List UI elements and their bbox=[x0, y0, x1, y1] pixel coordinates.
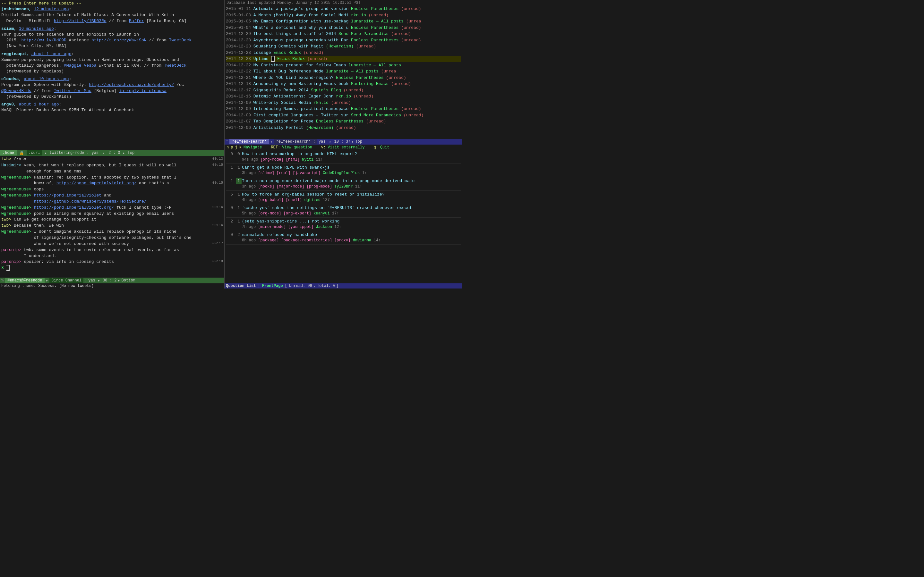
question-1[interactable]: 1 1 Can't get a Node REPL with swank-js … bbox=[226, 164, 461, 177]
db-entry-5[interactable]: 2014-12-28 Asynchronous package upgrades… bbox=[226, 37, 461, 44]
se-comma: , bbox=[312, 284, 317, 288]
db-entry-2[interactable]: 2015-01-05 My Emacs Configuration with u… bbox=[226, 18, 461, 25]
question-6[interactable]: 0 2 marmalade refused my handshake 8h ag… bbox=[226, 231, 461, 245]
db-entry-4[interactable]: 2014-12-29 The best things and stuff of … bbox=[226, 31, 461, 37]
elfeed-nums: 10 : 37 bbox=[334, 139, 351, 144]
question-5[interactable]: 2 1 (setq yas-snippet-dirs ...) not work… bbox=[226, 218, 461, 231]
db-entry-13[interactable]: 2014-12-17 Gigasquid's Radar 2014 Squid'… bbox=[226, 87, 461, 93]
q5-votes: 2 bbox=[226, 219, 236, 230]
nav-n[interactable]: n bbox=[226, 145, 229, 150]
tweet-3-time[interactable]: about 1 hour ago bbox=[31, 52, 71, 56]
db-entry-11[interactable]: 2014-12-21 Where do YOU bind expand-regi… bbox=[226, 75, 461, 81]
tweet-3-user: reggieaqui, bbox=[1, 52, 29, 56]
nav-quit: Quit bbox=[380, 145, 389, 150]
db-entry-16[interactable]: 2014-12-09 Introducing Names: practical … bbox=[226, 106, 461, 112]
chat-line-15: parsnip> twb: some events in the movie r… bbox=[1, 247, 223, 253]
tweet-1-time[interactable]: 12 minutes ago bbox=[34, 7, 69, 11]
q5-meta: 7h ago [minor-mode] [yasnippet] Jackson … bbox=[242, 224, 461, 230]
db-entry-10[interactable]: 2014-12-22 TIL about Bug Reference Mode … bbox=[226, 68, 461, 75]
nav-p[interactable]: p bbox=[231, 145, 233, 150]
tweet-3-link1[interactable]: @Maggie_Vespa bbox=[64, 63, 96, 68]
tweet-4-reply[interactable]: in reply to eloudsa bbox=[119, 89, 166, 93]
elfeed-pos: Top bbox=[355, 139, 362, 144]
q2-body: Turn a non prog-mode derived major-mode … bbox=[242, 178, 461, 189]
irc-statusbar: % #emacs@Freenode ▸ Circe Channel : yas … bbox=[0, 277, 224, 284]
db-entry-6[interactable]: 2014-12-23 Squashing Commits with Magit … bbox=[226, 43, 461, 50]
db-entry-14[interactable]: 2014-12-15 Datomic Antipatterns: Eager C… bbox=[226, 93, 461, 100]
db-entry-18[interactable]: 2014-12-07 Tab Completion for Prose Endl… bbox=[226, 118, 461, 125]
se-bracket1: [ bbox=[283, 284, 289, 288]
tweet-4-link2[interactable]: @Devoxx4Kids bbox=[1, 89, 31, 93]
tweet-1-from[interactable]: Buffer bbox=[129, 19, 144, 23]
q3-votes: 5 bbox=[226, 192, 236, 203]
elfeed-star: * bbox=[225, 139, 229, 144]
db-entry-0[interactable]: 2015-01-11 Automate a package's group an… bbox=[226, 6, 461, 12]
db-entry-3[interactable]: 2015-01-04 What's a defconst and why you… bbox=[226, 25, 461, 31]
db-entry-7[interactable]: 2014-12-23 Lossage Emacs Redux (unread) bbox=[226, 50, 461, 56]
q2-answers: 1 bbox=[236, 178, 242, 189]
tweet-2-time[interactable]: 16 minutes ago bbox=[19, 26, 54, 31]
statusbar-mode2: twittering-mode bbox=[49, 151, 84, 155]
db-entry-19[interactable]: 2014-12-06 Artistically Perfect (Howardi… bbox=[226, 125, 461, 131]
se-total: Total: 0 bbox=[317, 284, 336, 288]
tweet-2-from[interactable]: TweetDeck bbox=[169, 38, 192, 43]
statusbar-mode: :home bbox=[0, 150, 17, 155]
tweet-1-link[interactable]: http://bit.ly/1BK03Ro bbox=[54, 19, 107, 23]
q4-votes: 0 bbox=[226, 205, 236, 216]
nav-k[interactable]: k bbox=[239, 145, 242, 150]
se-nav-bar: n p j k Navigate RET: View question v: V… bbox=[225, 145, 462, 150]
db-entry-15[interactable]: 2014-12-09 Write-only Social Media rkn.i… bbox=[226, 100, 461, 106]
right-panel: Database last updated Monday, January 12… bbox=[225, 0, 462, 288]
tweet-3-from[interactable]: TweetDeck bbox=[164, 63, 186, 68]
irc-chat: twb> f:x→x00:13 Hasimir> yeah, that won'… bbox=[0, 156, 224, 277]
elfeed-search-label: *elfeed-search* : bbox=[274, 139, 317, 144]
questions-list: 0 0 How to add new markup to org-mode HT… bbox=[225, 150, 462, 284]
question-3[interactable]: 5 1 How to force an org-babel session to… bbox=[226, 191, 461, 204]
chat-line-14: where we're not concerned with secrecy00… bbox=[1, 241, 223, 247]
tweet-4-from[interactable]: Twitter for Mac bbox=[54, 89, 91, 93]
chat-line-10: twb> Can we get exchange to support it bbox=[1, 217, 223, 223]
chat-line-1: Hasimir> yeah, that won't replace openpg… bbox=[1, 163, 223, 169]
nav-navigate: Navigate bbox=[244, 145, 262, 150]
question-0[interactable]: 0 0 How to add new markup to org-mode HT… bbox=[226, 150, 461, 164]
db-entry-12[interactable]: 2014-12-18 Announcing my new Mastering E… bbox=[226, 81, 461, 87]
tweet-2-link2[interactable]: http://t.co/czyWawjSoN bbox=[91, 38, 147, 43]
db-entry-17[interactable]: 2014-12-09 First compiled languages – Tw… bbox=[226, 112, 461, 119]
question-2[interactable]: 1 1 Turn a non prog-mode derived major-m… bbox=[226, 177, 461, 191]
q1-votes: 1 bbox=[226, 165, 236, 176]
db-entry-9[interactable]: 2014-12-22 My Christmas present for fell… bbox=[226, 62, 461, 69]
irc-sep1: ▸ bbox=[45, 278, 49, 283]
tweet-2-link1[interactable]: http://ow.ly/HdG9D bbox=[21, 38, 66, 43]
question-4[interactable]: 0 1 `cache yes` makes the settings on `#… bbox=[226, 204, 461, 218]
tweet-4-link1[interactable]: http://outreach.cs.ua.edu/spherly/ bbox=[89, 82, 174, 87]
tweet-5-time[interactable]: about 1 hour ago bbox=[19, 102, 59, 107]
q6-votes: 0 bbox=[226, 232, 236, 243]
nav-q[interactable]: q: bbox=[373, 145, 378, 150]
elfeed-sep1: ▸ bbox=[269, 139, 274, 144]
chat-line-12: wgreenhouse> I don't imagine axolotl wil… bbox=[1, 229, 223, 235]
q6-answers: 2 bbox=[236, 232, 242, 243]
q3-title: How to force an org-babel session to res… bbox=[242, 192, 461, 197]
q5-body: (setq yas-snippet-dirs ...) not working … bbox=[242, 219, 461, 230]
elfeed-buffer-name: *elfeed-search* bbox=[229, 139, 269, 144]
chat-line-2: enough for sms and mms bbox=[1, 169, 223, 175]
update-prompt[interactable]: -- Press Enter here to update -- bbox=[1, 1, 223, 6]
q4-body: `cache yes` makes the settings on `#+RES… bbox=[242, 205, 461, 216]
chat-cursor-line: 3 █ bbox=[1, 265, 223, 271]
main-container: -- Press Enter here to update -- joshsim… bbox=[0, 0, 462, 288]
q3-answers: 1 bbox=[236, 192, 242, 203]
statusbar-lock-icon: 🔒 bbox=[18, 151, 25, 155]
nav-j[interactable]: j bbox=[235, 145, 237, 150]
nav-visit: Visit externally bbox=[328, 145, 365, 150]
chat-line-3: wgreenhouse> Hasimir: re: adoption, it's… bbox=[1, 175, 223, 181]
tweet-4-time[interactable]: about 10 hours ago bbox=[24, 77, 69, 81]
q6-body: marmalade refused my handshake 8h ago [p… bbox=[242, 232, 461, 243]
chat-line-6: wgreenhouse> https://pond.imperialviolet… bbox=[1, 193, 223, 199]
q0-meta: 94s ago [org-mode] [html] Nyiti 11↑ bbox=[242, 157, 461, 163]
chat-line-4: know of, https://pond.imperialviolet.org… bbox=[1, 181, 223, 187]
nav-ret[interactable]: RET: bbox=[271, 145, 280, 150]
db-entry-8[interactable]: 2014-12-23 Uptime █ Emacs Redux (unread) bbox=[226, 56, 461, 62]
nav-v[interactable]: v: bbox=[321, 145, 326, 150]
se-label: Question List bbox=[226, 284, 256, 288]
db-entry-1[interactable]: 2015-01-08 A Month (Mostly) Away from So… bbox=[226, 12, 461, 19]
